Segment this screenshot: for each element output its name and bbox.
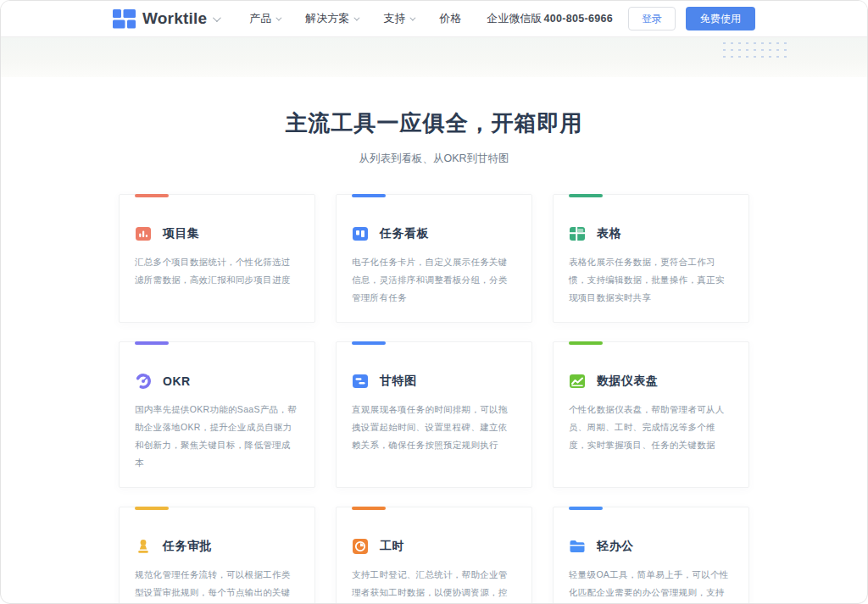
feature-description: 个性化数据仪表盘，帮助管理者可从人员、周期、工时、完成情况等多个维度，实时掌握项… xyxy=(569,401,733,454)
kanban-icon xyxy=(352,225,369,242)
worktile-logo[interactable]: Worktile xyxy=(113,9,219,29)
feature-card-approval: 任务审批 规范化管理任务流转，可以根据工作类型设置审批规则，每个节点输出的关键成… xyxy=(119,507,315,604)
feature-card-gantt: 甘特图 直观展现各项任务的时间排期，可以拖拽设置起始时间、设置里程碑、建立依赖关… xyxy=(336,341,532,488)
table-icon xyxy=(569,225,586,242)
chevron-down-icon xyxy=(276,14,282,20)
contact-phone: 400-805-6966 xyxy=(544,13,613,25)
feature-description: 直观展现各项任务的时间排期，可以拖拽设置起始时间、设置里程碑、建立依赖关系，确保… xyxy=(352,401,516,454)
feature-description: 电子化任务卡片，自定义展示任务关键信息，灵活排序和调整看板分组，分类管理所有任务 xyxy=(352,253,516,307)
worktile-tiles-icon xyxy=(113,9,136,29)
feature-card-project-portfolio: 项目集 汇总多个项目数据统计，个性化筛选过滤所需数据，高效汇报和同步项目进度 xyxy=(119,194,315,323)
card-accent-bar xyxy=(135,194,169,197)
page-title: 主流工具一应俱全，开箱即用 xyxy=(1,108,867,138)
feature-description: 表格化展示任务数据，更符合工作习惯，支持编辑数据，批量操作，真正实现项目数据实时… xyxy=(569,253,733,307)
feature-card-dashboard: 数据仪表盘 个性化数据仪表盘，帮助管理者可从人员、周期、工时、完成情况等多个维度… xyxy=(553,341,749,488)
dots-pattern-decoration xyxy=(721,40,792,63)
feature-description: 国内率先提供OKR功能的SaaS产品，帮助企业落地OKR，提升企业成员自驱力和创… xyxy=(135,401,299,472)
feature-description: 规范化管理任务流转，可以根据工作类型设置审批规则，每个节点输出的关键成果验收通过… xyxy=(135,566,299,604)
nav-item-support[interactable]: 支持 xyxy=(383,11,414,26)
feature-description: 轻量级OA工具，简单易上手，可以个性化匹配企业需要的办公管理规则，支持消息汇总通… xyxy=(569,566,733,604)
hero-section: 主流工具一应俱全，开箱即用 从列表到看板、从OKR到甘特图 xyxy=(1,77,867,166)
feature-grid: 项目集 汇总多个项目数据统计，个性化筛选过滤所需数据，高效汇报和同步项目进度 任… xyxy=(119,194,749,604)
gantt-icon xyxy=(352,373,369,390)
chevron-down-icon xyxy=(213,14,221,22)
target-arrow-icon xyxy=(135,373,152,390)
card-accent-bar xyxy=(135,507,169,510)
folder-icon xyxy=(569,538,586,555)
card-accent-bar xyxy=(352,341,386,345)
free-trial-button[interactable]: 免费使用 xyxy=(686,7,755,30)
card-accent-bar xyxy=(569,341,603,345)
feature-title: 数据仪表盘 xyxy=(597,374,659,389)
feature-card-timesheet: 工时 支持工时登记、汇总统计，帮助企业管理者获知工时数据，以便协调资源，控制成本 xyxy=(336,507,532,604)
nav-item-wecom-edition[interactable]: 企业微信版 xyxy=(487,11,542,26)
feature-title: 任务审批 xyxy=(163,539,212,554)
stamp-icon xyxy=(135,538,152,555)
nav-item-products[interactable]: 产品 xyxy=(249,11,280,26)
nav-item-solutions[interactable]: 解决方案 xyxy=(305,11,358,26)
nav-item-pricing[interactable]: 价格 xyxy=(439,11,461,26)
card-accent-bar xyxy=(352,507,386,510)
bar-chart-icon xyxy=(135,225,152,242)
chevron-down-icon xyxy=(354,14,360,20)
feature-title: 项目集 xyxy=(163,226,200,241)
feature-title: OKR xyxy=(163,374,191,388)
clock-icon xyxy=(352,538,369,555)
brand-name: Worktile xyxy=(142,9,207,28)
feature-title: 甘特图 xyxy=(380,374,417,389)
feature-card-light-office: 轻办公 轻量级OA工具，简单易上手，可以个性化匹配企业需要的办公管理规则，支持消… xyxy=(553,507,749,604)
feature-title: 表格 xyxy=(597,226,621,241)
feature-title: 轻办公 xyxy=(597,539,634,554)
page-subtitle: 从列表到看板、从OKR到甘特图 xyxy=(1,152,867,166)
feature-title: 任务看板 xyxy=(380,226,429,241)
card-accent-bar xyxy=(569,194,603,197)
feature-card-okr: OKR 国内率先提供OKR功能的SaaS产品，帮助企业落地OKR，提升企业成员自… xyxy=(119,341,315,488)
login-button[interactable]: 登录 xyxy=(628,7,676,30)
chevron-down-icon xyxy=(410,14,416,20)
header-band xyxy=(1,37,867,77)
feature-card-table: 表格 表格化展示任务数据，更符合工作习惯，支持编辑数据，批量操作，真正实现项目数… xyxy=(553,194,749,323)
feature-description: 汇总多个项目数据统计，个性化筛选过滤所需数据，高效汇报和同步项目进度 xyxy=(135,253,299,289)
feature-title: 工时 xyxy=(380,539,404,554)
line-chart-icon xyxy=(569,373,586,390)
top-navbar: Worktile 产品 解决方案 支持 价格 企业微信版 400-805-696… xyxy=(1,1,867,37)
feature-card-kanban: 任务看板 电子化任务卡片，自定义展示任务关键信息，灵活排序和调整看板分组，分类管… xyxy=(336,194,532,323)
nav-menu: 产品 解决方案 支持 价格 企业微信版 xyxy=(249,11,542,26)
page: Worktile 产品 解决方案 支持 价格 企业微信版 400-805-696… xyxy=(0,0,868,604)
card-accent-bar xyxy=(569,507,603,510)
card-accent-bar xyxy=(135,341,169,345)
feature-description: 支持工时登记、汇总统计，帮助企业管理者获知工时数据，以便协调资源，控制成本 xyxy=(352,566,516,604)
card-accent-bar xyxy=(352,194,386,197)
